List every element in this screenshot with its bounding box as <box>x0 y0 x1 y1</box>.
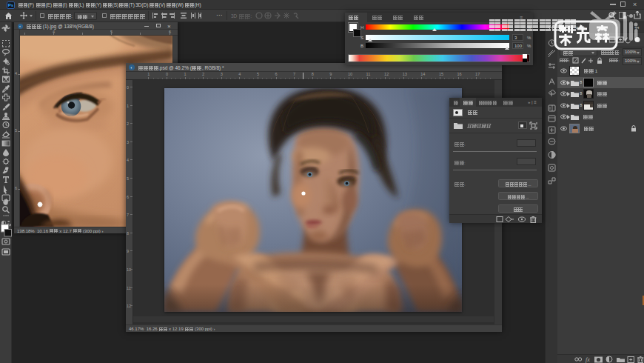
svg-text:fx: fx <box>586 356 590 363</box>
